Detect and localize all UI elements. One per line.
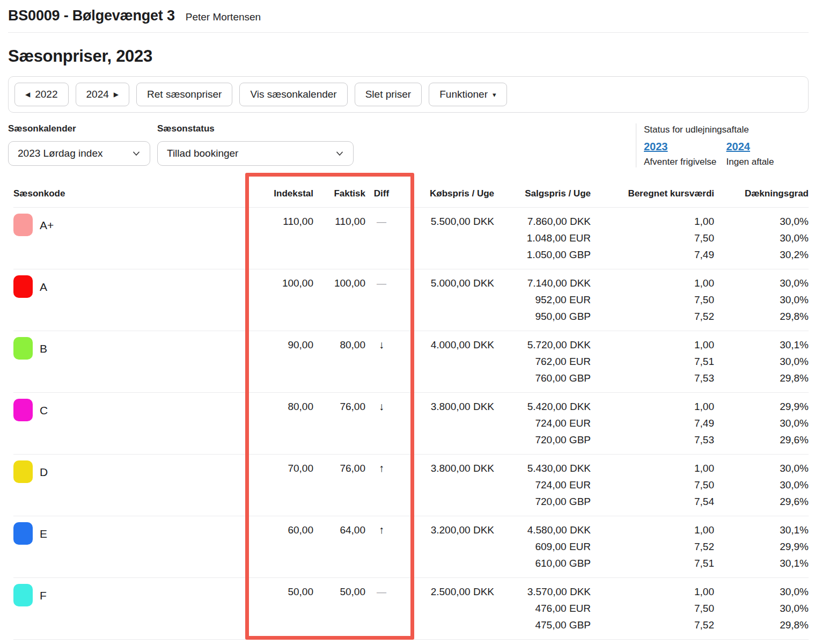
diff-indicator: ↓	[379, 398, 384, 415]
salgspris-gbp: 950,00 GBP	[494, 308, 591, 325]
season-color-swatch	[13, 399, 33, 421]
season-color-swatch	[13, 275, 33, 298]
rental-status-panel: Status for udlejningsaftale 2023 Afvente…	[636, 123, 809, 167]
rental-status-2024: 2024 Ingen aftale	[726, 141, 809, 167]
daekningsgrad-cell: 30,1% 30,0% 29,8%	[714, 336, 809, 392]
season-status-value: Tillad bookinger	[167, 148, 238, 159]
kursvaerdi-cell: 1,00 7,50 7,52	[591, 583, 714, 639]
show-season-calendar-button[interactable]: Vis sæsonkalender	[239, 83, 347, 106]
diff-cell: ↓	[365, 336, 398, 392]
daekningsgrad-gbp: 29,8%	[714, 617, 809, 633]
salgspris-eur: 952,00 EUR	[494, 291, 591, 308]
column-header-indekstal: Indekstal	[247, 188, 313, 199]
salgspris-cell: 7.860,00 DKK 1.048,00 EUR 1.050,00 GBP	[494, 213, 591, 269]
salgspris-eur: 762,00 EUR	[494, 353, 591, 370]
daekningsgrad-eur: 29,9%	[714, 538, 809, 555]
daekningsgrad-gbp: 29,6%	[714, 431, 809, 448]
page-title: Sæsonpriser, 2023	[8, 47, 809, 66]
kursvaerdi-gbp: 7,49	[591, 246, 714, 263]
diff-indicator: —	[377, 275, 386, 292]
edit-season-prices-button[interactable]: Ret sæsonpriser	[136, 83, 232, 106]
season-color-swatch	[13, 584, 33, 606]
diff-indicator: ↑	[379, 460, 384, 477]
salgspris-gbp: 760,00 GBP	[494, 370, 591, 386]
season-code-label: D	[40, 464, 48, 480]
daekningsgrad-eur: 30,0%	[714, 600, 809, 617]
kursvaerdi-gbp: 7,52	[591, 617, 714, 633]
column-header-diff: Diff	[365, 188, 398, 199]
daekningsgrad-cell: 30,0% 30,0% 30,2%	[714, 213, 809, 269]
kursvaerdi-gbp: 7,54	[591, 493, 714, 510]
season-code-cell: D	[13, 460, 247, 483]
kobspris-cell: 4.000,00 DKK	[398, 336, 494, 392]
rental-status-link-2023[interactable]: 2023	[644, 141, 668, 153]
kursvaerdi-eur: 7,50	[591, 600, 714, 617]
daekningsgrad-dkk: 30,1%	[714, 336, 809, 353]
kobspris-cell: 3.800,00 DKK	[398, 460, 494, 516]
daekningsgrad-dkk: 30,1%	[714, 522, 809, 538]
salgspris-dkk: 5.420,00 DKK	[494, 398, 591, 415]
daekningsgrad-eur: 30,0%	[714, 353, 809, 370]
daekningsgrad-eur: 30,0%	[714, 477, 809, 493]
daekningsgrad-gbp: 30,2%	[714, 246, 809, 263]
table-header-row: Sæsonkode Indekstal Faktisk Diff Købspri…	[13, 179, 809, 208]
season-color-swatch	[13, 460, 33, 483]
table-row: A+ 110,00 110,00 — 5.500,00 DKK 7.860,00…	[13, 208, 809, 269]
indekstal-cell: 110,00	[247, 213, 313, 269]
diff-cell: ↓	[365, 398, 398, 454]
kursvaerdi-dkk: 1,00	[591, 336, 714, 353]
season-status-label: Sæsonstatus	[157, 123, 354, 134]
table-row: B 90,00 80,00 ↓ 4.000,00 DKK 5.720,00 DK…	[13, 331, 809, 393]
table-row: F 50,00 50,00 — 2.500,00 DKK 3.570,00 DK…	[13, 578, 809, 640]
next-year-label: 2024	[86, 89, 109, 100]
season-status-field: Sæsonstatus Tillad bookinger	[157, 123, 354, 167]
season-calendar-select[interactable]: 2023 Lørdag index	[8, 141, 150, 166]
salgspris-gbp: 720,00 GBP	[494, 431, 591, 448]
season-code-label: F	[40, 587, 47, 604]
daekningsgrad-dkk: 30,0%	[714, 460, 809, 477]
season-code-cell: A+	[13, 214, 247, 236]
diff-cell: —	[365, 213, 398, 269]
kursvaerdi-cell: 1,00 7,50 7,54	[591, 460, 714, 516]
daekningsgrad-gbp: 30,1%	[714, 555, 809, 572]
rental-status-2023: 2023 Afventer frigivelse	[644, 141, 726, 167]
kobspris-cell: 5.000,00 DKK	[398, 275, 494, 331]
delete-prices-button[interactable]: Slet priser	[355, 83, 422, 106]
daekningsgrad-cell: 30,0% 30,0% 29,8%	[714, 275, 809, 331]
table-row: C 80,00 76,00 ↓ 3.800,00 DKK 5.420,00 DK…	[13, 393, 809, 455]
functions-dropdown-button[interactable]: Funktioner ▾	[429, 83, 507, 106]
salgspris-eur: 609,00 EUR	[494, 538, 591, 555]
daekningsgrad-eur: 30,0%	[714, 415, 809, 431]
diff-indicator: —	[377, 584, 386, 601]
season-code-label: E	[40, 525, 47, 542]
season-code-label: B	[40, 340, 47, 357]
triangle-down-icon: ▾	[493, 91, 496, 98]
rental-status-link-2024[interactable]: 2024	[726, 141, 751, 153]
salgspris-cell: 7.140,00 DKK 952,00 EUR 950,00 GBP	[494, 275, 591, 331]
triangle-right-icon: ▶	[114, 91, 119, 98]
prev-year-button[interactable]: ◀ 2022	[14, 83, 69, 106]
kursvaerdi-dkk: 1,00	[591, 275, 714, 291]
season-code-cell: E	[13, 522, 247, 545]
column-header-kursvaerdi: Beregnet kursværdi	[591, 188, 714, 199]
salgspris-dkk: 7.860,00 DKK	[494, 213, 591, 230]
next-year-button[interactable]: 2024 ▶	[76, 83, 130, 106]
season-status-select[interactable]: Tillad bookinger	[157, 141, 354, 166]
diff-cell: ↑	[365, 460, 398, 516]
season-code-label: C	[40, 402, 48, 419]
season-color-swatch	[13, 214, 33, 236]
salgspris-gbp: 1.050,00 GBP	[494, 246, 591, 263]
daekningsgrad-cell: 30,0% 30,0% 29,6%	[714, 460, 809, 516]
chevron-down-icon	[335, 149, 344, 158]
daekningsgrad-cell: 30,1% 29,9% 30,1%	[714, 522, 809, 577]
top-header: BS0009 - Bølgevænget 3 Peter Mortensen	[8, 5, 809, 24]
column-header-salgspris: Salgspris / Uge	[494, 188, 591, 199]
toolbar: ◀ 2022 2024 ▶ Ret sæsonpriser Vis sæsonk…	[8, 76, 809, 113]
salgspris-gbp: 475,00 GBP	[494, 617, 591, 633]
kursvaerdi-cell: 1,00 7,50 7,52	[591, 275, 714, 331]
table-row: E 60,00 64,00 ↑ 3.200,00 DKK 4.580,00 DK…	[13, 516, 809, 578]
filters-row: Sæsonkalender 2023 Lørdag index Sæsonsta…	[8, 123, 809, 167]
daekningsgrad-dkk: 29,9%	[714, 398, 809, 415]
salgspris-eur: 476,00 EUR	[494, 600, 591, 617]
rental-status-text-2023: Afventer frigivelse	[644, 157, 726, 167]
